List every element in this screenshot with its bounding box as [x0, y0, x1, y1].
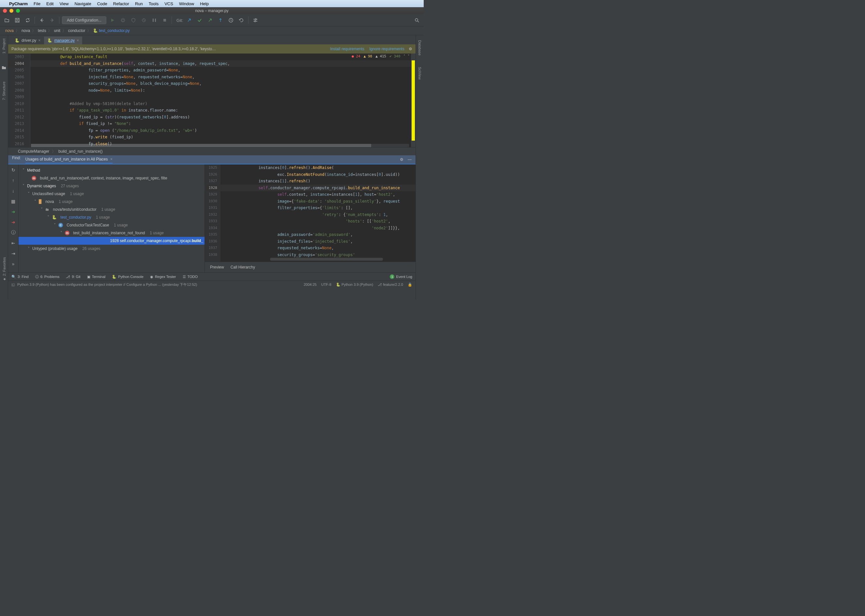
concurrency-icon[interactable]: [150, 16, 159, 25]
bc-file[interactable]: 🐍test_conductor.py: [91, 28, 132, 33]
usages-tree[interactable]: ˅Method m build_and_run_instance(self, c…: [19, 165, 204, 272]
menu-window[interactable]: Window: [179, 1, 194, 6]
preview-gutter[interactable]: 1925192619271928192919301931193219331934…: [205, 165, 220, 262]
crumb-method[interactable]: build_and_run_instance(): [58, 149, 102, 154]
git-pull-icon[interactable]: [185, 16, 193, 25]
forward-icon[interactable]: [48, 16, 57, 25]
app-name[interactable]: PyCharm: [9, 1, 28, 6]
minimize-window-button[interactable]: [9, 9, 13, 13]
regex-tool-button[interactable]: ◉ Regex Tester: [150, 274, 176, 279]
export-icon[interactable]: ➜: [10, 208, 17, 215]
interpreter[interactable]: 🐍 Python 3.9 (Python): [336, 283, 373, 287]
editor-gutter[interactable]: 2003200420052006200720082009201020112012…: [8, 53, 30, 147]
preview-editor[interactable]: instances[0].refresh().AndRaise( exc.Ins…: [220, 165, 416, 262]
caret-position[interactable]: 2004:25: [304, 283, 317, 286]
inspections-widget[interactable]: ● 24 ▲ 98 ▲ 415 ✔ 340 ˄ ˅: [352, 54, 410, 58]
info-icon[interactable]: ⓘ: [10, 229, 17, 236]
problems-tool-button[interactable]: ⓘ 6: Problems: [35, 274, 60, 279]
bc-seg[interactable]: unit: [52, 28, 62, 33]
svg-rect-0: [15, 18, 19, 22]
tool-windows-icon[interactable]: ◱: [11, 283, 15, 287]
preview-scrollbar[interactable]: [270, 258, 383, 261]
run-icon[interactable]: [108, 16, 117, 25]
menu-refactor[interactable]: Refactor: [113, 1, 129, 6]
python-console-tool-button[interactable]: 🐍 Python Console: [112, 274, 143, 279]
file-encoding[interactable]: UTF-8: [321, 283, 331, 286]
tab-manager[interactable]: 🐍 manager.py ×: [44, 36, 83, 44]
expand-icon[interactable]: ⇤: [10, 239, 17, 247]
bc-seg[interactable]: tests: [36, 28, 48, 33]
menu-file[interactable]: File: [34, 1, 41, 6]
menu-navigate[interactable]: Navigate: [74, 1, 91, 6]
tab-driver[interactable]: 🐍 driver.py ×: [11, 36, 44, 44]
settings-icon[interactable]: [251, 16, 260, 25]
banner-settings-icon[interactable]: ⚙: [409, 47, 412, 51]
menu-tools[interactable]: Tools: [149, 1, 159, 6]
python-file-icon: 🐍: [47, 38, 52, 43]
prev-icon[interactable]: ↑: [10, 177, 17, 184]
hide-icon[interactable]: —: [408, 157, 411, 162]
collapse-icon[interactable]: ⇥: [10, 250, 17, 257]
bc-root[interactable]: nova: [3, 28, 16, 33]
call-hierarchy-tab[interactable]: Call Hierarchy: [231, 265, 255, 269]
database-tool-button[interactable]: Database: [418, 40, 422, 55]
coverage-icon[interactable]: [129, 16, 138, 25]
code-editor[interactable]: ● 24 ▲ 98 ▲ 415 ✔ 340 ˄ ˅ 20032004200520…: [8, 53, 416, 147]
menu-view[interactable]: View: [60, 1, 69, 6]
import-icon[interactable]: ➜: [10, 218, 17, 226]
terminal-tool-button[interactable]: ▣ Terminal: [87, 274, 106, 279]
menu-code[interactable]: Code: [97, 1, 107, 6]
git-push-icon[interactable]: [206, 16, 214, 25]
sync-icon[interactable]: [24, 16, 32, 25]
git-update-icon[interactable]: [216, 16, 225, 25]
stop-icon[interactable]: [160, 16, 169, 25]
sciview-tool-button[interactable]: SciView: [418, 67, 422, 80]
bc-seg[interactable]: conductor: [66, 28, 88, 33]
ignore-requirements-link[interactable]: Ignore requirements: [369, 47, 404, 51]
close-icon[interactable]: ×: [77, 38, 79, 43]
lock-icon[interactable]: 🔒: [408, 283, 412, 287]
menu-run[interactable]: Run: [135, 1, 143, 6]
bc-seg[interactable]: nova: [20, 28, 32, 33]
open-icon[interactable]: [3, 16, 11, 25]
close-icon[interactable]: ×: [38, 38, 41, 43]
install-requirements-link[interactable]: Install requirements: [330, 47, 364, 51]
crumb-class[interactable]: ComputeManager: [18, 149, 49, 154]
maximize-window-button[interactable]: [16, 9, 20, 13]
git-branch[interactable]: ⎇ feature/2.2.0: [378, 283, 403, 287]
error-stripe[interactable]: [411, 53, 416, 147]
find-tool-button[interactable]: 🔍 3: Find: [11, 274, 29, 279]
git-commit-icon[interactable]: [195, 16, 204, 25]
group-icon[interactable]: ▦: [10, 198, 17, 205]
find-settings-icon[interactable]: ⚙: [400, 157, 403, 162]
structure-tool-button[interactable]: 7: Structure: [2, 82, 6, 100]
menu-edit[interactable]: Edit: [46, 1, 53, 6]
close-icon[interactable]: ×: [110, 157, 113, 162]
left-stripe: 1: Project 7: Structure ★ 2: Favorites: [0, 35, 8, 300]
project-tool-button[interactable]: 1: Project: [2, 39, 6, 53]
back-icon[interactable]: [38, 16, 46, 25]
git-tool-button[interactable]: ⎇ 9: Git: [66, 274, 80, 279]
search-icon[interactable]: [413, 16, 421, 25]
editor-content[interactable]: @wrap_instance_fault def build_and_run_i…: [30, 53, 411, 147]
find-tab[interactable]: Usages of build_and_run_instance in All …: [25, 156, 113, 163]
folder-icon[interactable]: [1, 65, 6, 70]
save-icon[interactable]: [13, 16, 22, 25]
usage-hit-selected[interactable]: 1928 self.conductor_manager.compute_rpca…: [19, 237, 204, 245]
more-icon[interactable]: »: [10, 260, 17, 267]
menu-help[interactable]: Help: [200, 1, 209, 6]
debug-icon[interactable]: [119, 16, 127, 25]
preview-tab[interactable]: Preview: [210, 265, 224, 269]
window-title: nova – manager.py: [195, 8, 228, 13]
next-icon[interactable]: ↓: [10, 187, 17, 195]
rollback-icon[interactable]: [237, 16, 246, 25]
event-log-button[interactable]: 1Event Log: [390, 274, 412, 279]
todo-tool-button[interactable]: ☰ TODO: [183, 274, 198, 279]
close-window-button[interactable]: [3, 9, 7, 13]
profiler-icon[interactable]: [140, 16, 148, 25]
history-icon[interactable]: [227, 16, 235, 25]
favorites-tool-button[interactable]: ★ 2: Favorites: [2, 257, 6, 281]
rerun-icon[interactable]: ↻: [10, 167, 17, 174]
run-configuration-dropdown[interactable]: Add Configuration...: [62, 16, 106, 24]
menu-vcs[interactable]: VCS: [164, 1, 173, 6]
